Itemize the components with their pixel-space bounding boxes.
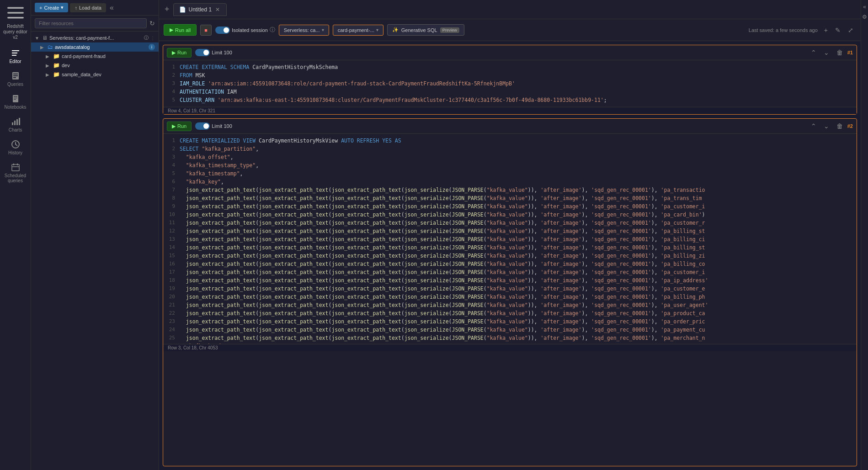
status-bar-2: Row 3, Col 18, Chr 4053 bbox=[163, 344, 857, 351]
right-panel-collapse-button[interactable]: « bbox=[863, 4, 866, 10]
run-all-button[interactable]: ▶ Run all bbox=[164, 24, 197, 36]
serverless-dropdown[interactable]: Serverless: ca... ▾ bbox=[279, 25, 329, 36]
collapse-down-button-1[interactable]: ⌄ bbox=[821, 48, 832, 58]
collapse-panel-button[interactable]: « bbox=[108, 4, 116, 12]
serverless-node-label: Serverless: card-payment-f... bbox=[49, 35, 142, 41]
sidebar-label-charts: Charts bbox=[9, 127, 22, 132]
run-label-2: Run bbox=[177, 123, 186, 129]
code-area-2[interactable]: 1 CREATE MATERIALIZED VIEW CardPaymentHi… bbox=[163, 134, 857, 344]
limit-switch-2[interactable] bbox=[195, 122, 210, 130]
info-circle-icon: ⓘ bbox=[144, 35, 149, 41]
plus-icon: + bbox=[39, 5, 42, 11]
isolated-session-label: Isolated session bbox=[232, 27, 268, 33]
collapse-down-button-2[interactable]: ⌄ bbox=[821, 121, 832, 131]
collapse-up-button-1[interactable]: ⌃ bbox=[808, 48, 819, 58]
fullscreen-button[interactable]: ⤢ bbox=[845, 25, 856, 35]
toggle-switch[interactable] bbox=[215, 26, 230, 34]
generative-sql-button[interactable]: ✨ Generative SQL Preview bbox=[387, 24, 464, 36]
code-line: 24 json_extract_path_text(json_extract_p… bbox=[163, 326, 857, 334]
limit-toggle-1[interactable]: Limit 100 bbox=[195, 49, 232, 56]
svg-rect-2 bbox=[7, 17, 24, 19]
sidebar-label-notebooks: Notebooks bbox=[5, 105, 27, 110]
code-line: 16 json_extract_path_text(json_extract_p… bbox=[163, 260, 857, 268]
more-icon[interactable]: ⋮ bbox=[150, 36, 155, 41]
code-line: 20 json_extract_path_text(json_extract_p… bbox=[163, 293, 857, 301]
tab-untitled1[interactable]: 📄 Untitled 1 ✕ bbox=[173, 3, 227, 16]
code-line: 26 "kafka_headers" bbox=[163, 342, 857, 344]
code-line: 9 json_extract_path_text(json_extract_pa… bbox=[163, 202, 857, 211]
load-data-button[interactable]: ↑ Load data bbox=[70, 3, 106, 12]
tree-item-sample-data-dev[interactable]: ▶ 📁 sample_data_dev bbox=[31, 70, 159, 79]
run-button-2[interactable]: ▶ Run bbox=[167, 121, 192, 131]
limit-label-1: Limit 100 bbox=[212, 50, 232, 55]
editor-panel-2: ▶ Run Limit 100 ⌃ ⌄ 🗑 #2 1 CREATE MATERI bbox=[163, 118, 857, 466]
tree-item-card-payment-fraud[interactable]: ▶ 📁 card-payment-fraud bbox=[31, 52, 159, 61]
right-panel-settings-button[interactable]: ⚙ bbox=[862, 14, 867, 20]
editor-1-toolbar: ▶ Run Limit 100 ⌃ ⌄ 🗑 #1 bbox=[163, 45, 857, 60]
sidebar-item-charts[interactable]: Charts bbox=[0, 113, 31, 136]
chevron-down-icon: ▾ bbox=[322, 27, 324, 32]
sidebar-item-scheduled[interactable]: Scheduled queries bbox=[0, 159, 31, 187]
code-line: 2 FROM MSK bbox=[163, 71, 857, 79]
catalog-icon: 🗂 bbox=[48, 44, 53, 50]
sidebar-item-editor[interactable]: Editor bbox=[0, 45, 31, 68]
sidebar-item-history[interactable]: History bbox=[0, 136, 31, 159]
edit-button[interactable]: ✎ bbox=[832, 25, 843, 35]
expand-arrow-icon: ▶ bbox=[40, 45, 46, 50]
limit-toggle-2[interactable]: Limit 100 bbox=[195, 122, 232, 130]
code-line: 1 CREATE EXTERNAL SCHEMA CardPaymentHist… bbox=[163, 63, 857, 71]
last-saved-text: Last saved: a few seconds ago bbox=[749, 27, 818, 33]
tab-label: Untitled 1 bbox=[189, 6, 212, 13]
card-payment-label: card-payment-... bbox=[338, 27, 374, 33]
card-payment-dropdown[interactable]: card-payment-... ▾ bbox=[333, 25, 383, 36]
play-icon: ▶ bbox=[172, 50, 176, 56]
preview-badge: Preview bbox=[440, 27, 459, 33]
play-icon: ▶ bbox=[170, 27, 173, 33]
stars-icon: ✨ bbox=[392, 27, 399, 33]
code-line: 15 json_extract_path_text(json_extract_p… bbox=[163, 252, 857, 260]
limit-switch-1[interactable] bbox=[195, 49, 210, 56]
code-line: 3 "kafka_offset", bbox=[163, 153, 857, 161]
document-icon: 📄 bbox=[179, 6, 186, 13]
close-tab-button[interactable]: ✕ bbox=[214, 6, 221, 13]
code-line: 21 json_extract_path_text(json_extract_p… bbox=[163, 301, 857, 309]
sidebar-item-notebooks[interactable]: Notebooks bbox=[0, 90, 31, 113]
editor-1-actions: ⌃ ⌄ 🗑 #1 bbox=[808, 48, 853, 58]
delete-panel-button-1[interactable]: 🗑 bbox=[834, 48, 846, 58]
collapse-up-button-2[interactable]: ⌃ bbox=[808, 121, 819, 131]
svg-rect-8 bbox=[16, 119, 18, 125]
play-icon: ▶ bbox=[172, 123, 176, 129]
code-line: 17 json_extract_path_text(json_extract_p… bbox=[163, 268, 857, 276]
isolated-info-button[interactable]: ⓘ bbox=[270, 26, 275, 34]
svg-rect-9 bbox=[19, 118, 20, 125]
action-bar: ▶ Run all ■ Isolated session ⓘ Serverles… bbox=[159, 19, 861, 41]
info-badge: i bbox=[149, 44, 155, 50]
create-button[interactable]: + Create ▾ bbox=[35, 3, 68, 12]
run-label-1: Run bbox=[177, 50, 186, 55]
refresh-button[interactable]: ↻ bbox=[149, 20, 155, 27]
code-line: 25 json_extract_path_text(json_extract_p… bbox=[163, 334, 857, 342]
tree-item-dev[interactable]: ▶ 📁 dev bbox=[31, 61, 159, 70]
create-arrow-icon: ▾ bbox=[61, 5, 64, 11]
sidebar-item-queries[interactable]: Queries bbox=[0, 68, 31, 90]
sidebar-label-scheduled: Scheduled queries bbox=[2, 173, 29, 183]
stop-button[interactable]: ■ bbox=[200, 25, 212, 36]
sidebar-label-editor: Editor bbox=[9, 59, 21, 64]
resource-panel-header: + Create ▾ ↑ Load data « bbox=[31, 0, 159, 16]
tree-item-awsdatacatalog[interactable]: ▶ 🗂 awsdatacatalog i bbox=[31, 42, 159, 52]
folder-icon: 📁 bbox=[53, 53, 60, 59]
add-tab-button[interactable]: + bbox=[163, 3, 171, 16]
toolbar-right: + ✎ ⤢ bbox=[821, 25, 856, 35]
delete-panel-button-2[interactable]: 🗑 bbox=[834, 121, 846, 131]
search-input[interactable] bbox=[35, 18, 147, 28]
code-area-1[interactable]: 1 CREATE EXTERNAL SCHEMA CardPaymentHist… bbox=[163, 60, 857, 107]
tree-item-serverless[interactable]: ▼ 🖥 Serverless: card-payment-f... ⓘ ⋮ bbox=[31, 33, 159, 42]
run-button-1[interactable]: ▶ Run bbox=[167, 48, 192, 58]
editor-2-toolbar: ▶ Run Limit 100 ⌃ ⌄ 🗑 #2 bbox=[163, 119, 857, 134]
expand-arrow-icon: ▶ bbox=[46, 63, 51, 68]
hamburger-menu[interactable] bbox=[7, 5, 24, 21]
code-line: 7 json_extract_path_text(json_extract_pa… bbox=[163, 186, 857, 194]
add-panel-button[interactable]: + bbox=[821, 25, 831, 35]
isolated-session-toggle[interactable]: Isolated session ⓘ bbox=[215, 26, 275, 34]
expand-arrow-icon: ▶ bbox=[46, 54, 51, 59]
